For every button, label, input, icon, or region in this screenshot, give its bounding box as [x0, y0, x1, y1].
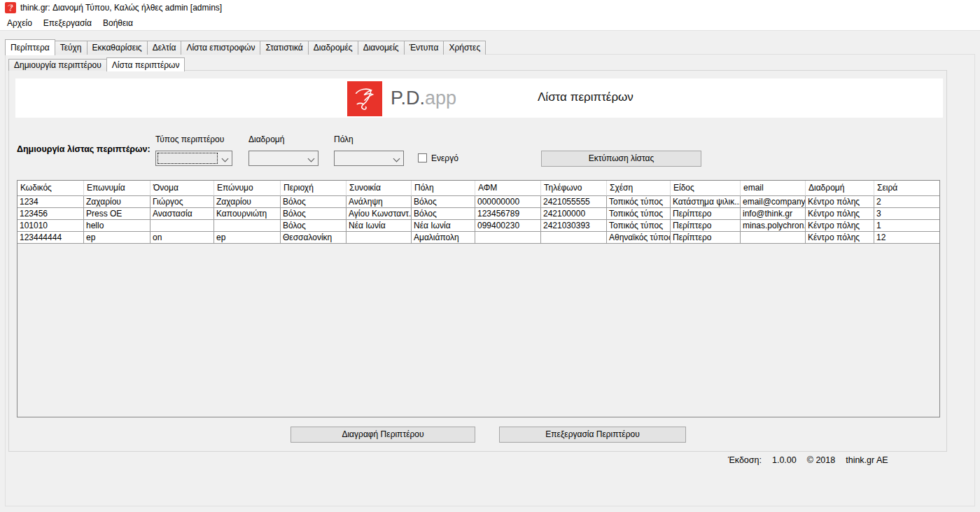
- cell[interactable]: Θεσσαλονίκη: [281, 232, 346, 244]
- cell[interactable]: 3: [874, 208, 940, 220]
- cell[interactable]: Κέντρο πόλης: [806, 220, 874, 232]
- city-select[interactable]: [334, 151, 404, 166]
- column-header[interactable]: Κωδικός: [18, 181, 84, 196]
- cell[interactable]: 123456: [18, 208, 84, 220]
- cell[interactable]: [214, 220, 281, 232]
- cell[interactable]: 2421030393: [541, 220, 607, 232]
- tab-lista-peripteron[interactable]: Λίστα περιπτέρων: [106, 57, 186, 71]
- cell[interactable]: Νέα Ιωνία: [346, 220, 412, 232]
- cell[interactable]: [741, 232, 806, 244]
- cell[interactable]: Αθηναϊκός τύπος: [607, 232, 671, 244]
- cell[interactable]: 099400230: [475, 220, 541, 232]
- cell[interactable]: Γιώργος: [150, 196, 214, 208]
- cell[interactable]: 2: [874, 196, 940, 208]
- cell[interactable]: Αγίου Κωνσταντ...: [346, 208, 412, 220]
- tab-diadromes[interactable]: Διαδρομές: [308, 41, 358, 55]
- tab-xristes[interactable]: Χρήστες: [443, 41, 486, 55]
- cell[interactable]: 12: [874, 232, 940, 244]
- tab-periptera[interactable]: Περίπτερα: [5, 39, 55, 55]
- cell[interactable]: Αμαλιάπολη: [412, 232, 475, 244]
- table-row[interactable]: 1234 Ζαχαρίου Γιώργος Ζαχαρίου Βόλος Ανά…: [18, 196, 940, 208]
- delete-kiosk-button[interactable]: Διαγραφή Περιπτέρου: [290, 427, 475, 443]
- cell[interactable]: Ανάληψη: [346, 196, 412, 208]
- column-header[interactable]: Τηλέφωνο: [541, 181, 607, 196]
- cell[interactable]: Κέντρο πόλης: [806, 196, 874, 208]
- cell[interactable]: Κέντρο πόλης: [806, 232, 874, 244]
- tab-dianomeis[interactable]: Διανομείς: [358, 41, 405, 55]
- cell[interactable]: Τοπικός τύπος: [607, 196, 671, 208]
- cell[interactable]: Περίπτερο: [671, 220, 741, 232]
- cell[interactable]: email@company.gr: [741, 196, 806, 208]
- tab-teyxi[interactable]: Τεύχη: [55, 41, 88, 55]
- logo-text-primary: P.D.: [391, 88, 425, 109]
- kiosk-type-select[interactable]: [155, 151, 232, 166]
- column-header[interactable]: Διαδρομή: [806, 181, 874, 196]
- route-select[interactable]: [248, 151, 318, 166]
- cell[interactable]: 242100000: [541, 208, 607, 220]
- column-header[interactable]: Σειρά: [874, 181, 940, 196]
- column-header[interactable]: Όνομα: [150, 181, 214, 196]
- cell[interactable]: Βόλος: [412, 196, 475, 208]
- table-row[interactable]: 101010 hello Βόλος Νέα Ιωνία Νέα Ιωνία 0…: [18, 220, 940, 232]
- cell[interactable]: [346, 232, 412, 244]
- cell[interactable]: 123444444: [18, 232, 84, 244]
- cell[interactable]: Περίπτερο: [671, 208, 741, 220]
- cell[interactable]: ep: [214, 232, 281, 244]
- cell[interactable]: Βόλος: [281, 220, 346, 232]
- menu-help[interactable]: Βοήθεια: [97, 17, 139, 29]
- column-header[interactable]: Περιοχή: [281, 181, 346, 196]
- active-checkbox[interactable]: [418, 153, 427, 162]
- cell[interactable]: 1: [874, 220, 940, 232]
- combo-label-route: Διαδρομή: [248, 134, 284, 144]
- column-header[interactable]: email: [741, 181, 806, 196]
- cell[interactable]: Περίπτερο: [671, 232, 741, 244]
- cell[interactable]: Καπουρνιώτη: [214, 208, 281, 220]
- edit-kiosk-button[interactable]: Επεξεργασία Περιπτέρου: [499, 427, 686, 443]
- cell[interactable]: hello: [84, 220, 150, 232]
- cell[interactable]: Press OE: [84, 208, 150, 220]
- cell[interactable]: [541, 232, 607, 244]
- cell[interactable]: Τοπικός τύπος: [607, 208, 671, 220]
- column-header[interactable]: Συνοικία: [346, 181, 412, 196]
- cell[interactable]: ep: [84, 232, 150, 244]
- cell[interactable]: Κατάστημα ψιλικ...: [671, 196, 741, 208]
- cell[interactable]: 1234: [18, 196, 84, 208]
- column-header[interactable]: ΑΦΜ: [475, 181, 541, 196]
- tab-entypa[interactable]: Έντυπα: [404, 41, 444, 55]
- column-header[interactable]: Πόλη: [412, 181, 475, 196]
- tab-statistika[interactable]: Στατιστικά: [260, 41, 308, 55]
- cell[interactable]: Αναστασία: [150, 208, 214, 220]
- column-header[interactable]: Επώνυμο: [214, 181, 281, 196]
- cell[interactable]: on: [150, 232, 214, 244]
- cell[interactable]: 2421055555: [541, 196, 607, 208]
- cell[interactable]: 123456789: [475, 208, 541, 220]
- cell[interactable]: Νέα Ιωνία: [412, 220, 475, 232]
- tab-ekkatharisis[interactable]: Εκκαθαρίσεις: [87, 41, 148, 55]
- tab-lista-epistrofon[interactable]: Λίστα επιστροφών: [181, 41, 260, 55]
- table-row[interactable]: 123444444 ep on ep Θεσσαλονίκη Αμαλιάπολ…: [18, 232, 940, 244]
- cell[interactable]: Ζαχαρίου: [214, 196, 281, 208]
- cell[interactable]: [475, 232, 541, 244]
- cell[interactable]: 101010: [18, 220, 84, 232]
- cell[interactable]: Βόλος: [281, 208, 346, 220]
- cell[interactable]: Κέντρο πόλης: [806, 208, 874, 220]
- combo-label-kiosk-type: Τύπος περιπτέρου: [155, 134, 224, 144]
- column-header[interactable]: Επωνυμία: [84, 181, 150, 196]
- column-header[interactable]: Σχέση: [607, 181, 671, 196]
- cell[interactable]: 000000000: [475, 196, 541, 208]
- menu-edit[interactable]: Επεξεργασία: [38, 17, 97, 29]
- copyright: © 2018: [807, 455, 836, 465]
- column-header[interactable]: Είδος: [671, 181, 741, 196]
- cell[interactable]: info@think.gr: [741, 208, 806, 220]
- cell[interactable]: Τοπικός τύπος: [607, 220, 671, 232]
- menu-file[interactable]: Αρχείο: [1, 17, 38, 29]
- cell[interactable]: Ζαχαρίου: [84, 196, 150, 208]
- cell[interactable]: minas.polychron...: [741, 220, 806, 232]
- print-list-button[interactable]: Εκτύπωση λίστας: [541, 151, 701, 167]
- cell[interactable]: Βόλος: [412, 208, 475, 220]
- tab-deltia[interactable]: Δελτία: [147, 41, 182, 55]
- cell[interactable]: Βόλος: [281, 196, 346, 208]
- cell[interactable]: [150, 220, 214, 232]
- table-row[interactable]: 123456 Press OE Αναστασία Καπουρνιώτη Βό…: [18, 208, 940, 220]
- tab-dimiourgia-periptrou[interactable]: Δημιουργία περιπτέρου: [8, 59, 107, 71]
